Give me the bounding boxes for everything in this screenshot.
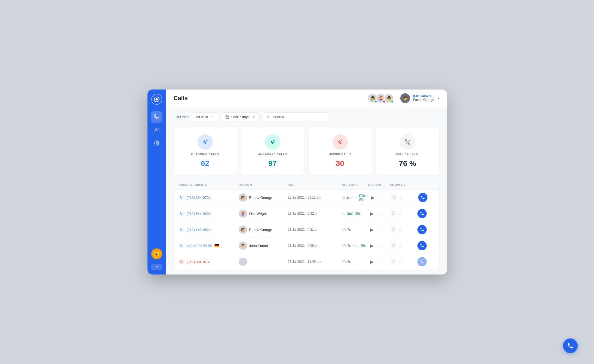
sidebar-nav — [151, 111, 162, 246]
play-btn-1[interactable]: ▶ — [369, 194, 376, 201]
table-row: (312) 544-0332 👩‍🦰 Lisa Wright 28 Jul 20… — [174, 206, 439, 222]
date-cell-5: 28 Jul 2021 - 11:45 am — [288, 260, 342, 264]
talk-time-4: 46s — [360, 244, 365, 248]
answered-call-icon — [269, 138, 276, 146]
call-icon-3 — [179, 227, 184, 232]
duration-cell-3: 7s — [342, 228, 368, 232]
record-cell-4: ▶ ··· — [368, 242, 390, 249]
sidebar-collapse-button[interactable] — [151, 264, 162, 270]
col-phone: PHONE NUMBER ⇅ — [179, 184, 239, 187]
call-btn-4[interactable] — [417, 241, 427, 250]
phone-cell-1: (213) 394-0731 — [179, 195, 239, 200]
outgoing-icon-wrap — [198, 134, 213, 150]
star-icon-5[interactable]: ☆ — [398, 259, 402, 264]
call-btn-2[interactable] — [417, 209, 427, 218]
doc-icon-1[interactable]: 📄 — [391, 195, 396, 200]
date-filter-value: Last 7 days — [231, 115, 250, 119]
more-btn-2[interactable]: ··· — [378, 211, 383, 216]
outgoing-call-icon — [202, 138, 209, 146]
action-cell-5 — [417, 257, 434, 266]
svg-point-10 — [202, 138, 209, 146]
talk-icon-4 — [355, 244, 359, 248]
stats-grid: OUTGOING CALLS 62 ANSWERED CALLS 97 — [174, 127, 439, 175]
more-btn-4[interactable]: ··· — [378, 243, 383, 248]
sidebar-item-calls[interactable] — [151, 111, 162, 123]
missed-call-icon — [337, 138, 344, 146]
more-btn-3[interactable]: ··· — [378, 227, 383, 232]
calendar-icon — [225, 115, 229, 119]
status-dot-3 — [391, 100, 393, 103]
table-row: (213) 394-0731 28 Jul 2021 - 11:45 am 3s… — [174, 254, 439, 270]
phone-num-1[interactable]: (213) 394-0731 — [187, 196, 211, 200]
call-btn-1[interactable] — [418, 193, 427, 202]
current-user-info[interactable]: 👩 BJT Partners Emma George ▾ — [400, 93, 439, 103]
action-cell-4 — [417, 241, 434, 250]
col-action — [417, 184, 434, 187]
call-icon-2 — [179, 211, 184, 216]
answered-label: ANSWERED CALLS — [258, 153, 287, 156]
sort-phone-icon[interactable]: ⇅ — [204, 184, 207, 187]
play-btn-4[interactable]: ▶ — [368, 242, 376, 249]
table-row: (213) 394-0731 👩 Emma George 29 Jul 2021… — [174, 190, 439, 206]
active-users-avatars: 👩 👩‍🦰 👨 — [368, 93, 394, 103]
phone-num-3[interactable]: (312) 448-9824 — [187, 228, 211, 232]
call-btn-3[interactable] — [417, 225, 427, 234]
star-icon-3[interactable]: ☆ — [398, 227, 402, 232]
svg-point-1 — [155, 98, 158, 100]
stat-card-service: SERVICE LEVEL 76 % — [376, 127, 439, 175]
doc-icon-5[interactable]: 📄 — [390, 259, 396, 264]
more-btn-5[interactable]: ··· — [378, 260, 383, 264]
outgoing-value: 62 — [201, 159, 209, 168]
call-btn-5[interactable] — [417, 257, 427, 266]
date-filter-select[interactable]: Last 7 days — [221, 112, 260, 121]
sort-users-icon[interactable]: ⇅ — [250, 184, 253, 187]
user-avatar-sm-3: 👩 — [239, 226, 247, 234]
phone-num-5[interactable]: (213) 394-0731 — [187, 260, 211, 264]
doc-icon-2[interactable]: 📄 — [390, 211, 396, 216]
doc-icon-4[interactable]: 📄 — [390, 243, 396, 248]
call-action-icon-1 — [421, 195, 425, 200]
col-users: USERS ⇅ — [239, 184, 288, 187]
svg-point-3 — [156, 143, 157, 144]
wait-time-1: 2s — [346, 196, 350, 199]
star-icon-2[interactable]: ☆ — [398, 211, 402, 216]
outgoing-label: OUTGOING CALLS — [191, 153, 219, 156]
more-btn-1[interactable]: ··· — [378, 195, 383, 200]
col-date: DATE — [288, 184, 342, 187]
collapse-icon — [155, 265, 159, 269]
sidebar-item-users[interactable] — [151, 124, 162, 136]
phone-num-4[interactable]: +49 10 39 53 59 — [187, 244, 212, 248]
star-icon-4[interactable]: ☆ — [398, 243, 402, 248]
sidebar-user-avatar[interactable]: 🐱 — [151, 248, 162, 259]
chevron-down-icon-2 — [252, 115, 256, 119]
main-content: Calls 👩 👩‍🦰 👨 — [166, 90, 447, 274]
doc-icon-3[interactable]: 📄 — [390, 227, 396, 232]
page-title: Calls — [174, 95, 368, 102]
play-btn-2[interactable]: ▶ — [368, 210, 376, 217]
call-action-icon-3 — [420, 227, 424, 232]
col-duration: DURATION — [342, 184, 368, 187]
play-btn-3[interactable]: ▶ — [368, 226, 376, 233]
comment-cell-1: 📄 ☆ — [391, 195, 418, 200]
service-icon-wrap — [400, 134, 415, 150]
star-icon-1[interactable]: ☆ — [399, 195, 403, 200]
play-btn-5[interactable]: ▶ — [368, 258, 376, 265]
svg-point-16 — [405, 140, 407, 141]
comment-cell-5: 📄 ☆ — [390, 259, 417, 264]
sidebar-item-settings[interactable] — [151, 137, 162, 149]
search-box[interactable] — [263, 112, 328, 121]
service-value: 76 % — [399, 159, 416, 168]
stat-card-missed: MISSED CALLS 30 — [309, 127, 372, 175]
app-logo[interactable] — [151, 94, 162, 105]
talk-time-2: 2min 30s — [347, 212, 361, 215]
table-header: PHONE NUMBER ⇅ USERS ⇅ DATE DURATION REC… — [174, 181, 439, 190]
phone-num-2[interactable]: (312) 544-0332 — [187, 212, 211, 216]
talk-time-1: 17min 20s — [358, 194, 369, 201]
user-name-cell-4: John Parker — [249, 244, 268, 248]
user-menu-chevron[interactable]: ▾ — [438, 96, 439, 100]
search-input[interactable] — [273, 115, 324, 119]
user-company: BJT Partners — [413, 94, 434, 98]
users-icon — [154, 127, 159, 133]
date-cell-1: 29 Jul 2021 - 09:15 am — [288, 196, 342, 199]
calls-filter-select[interactable]: All calls — [192, 112, 218, 121]
